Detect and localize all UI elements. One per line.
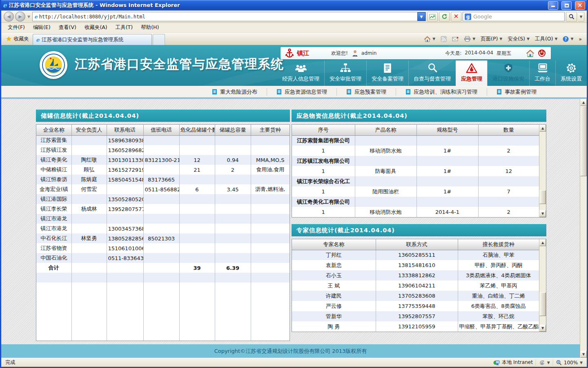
- cell: 0511-833643: [107, 253, 143, 263]
- cell: 防毒面具: [355, 166, 416, 176]
- search-placeholder: Google: [473, 13, 492, 20]
- cell: [143, 243, 179, 253]
- menu-help[interactable]: 帮助(H): [137, 23, 163, 32]
- subnav-resource-info[interactable]: 应急资源信息管理: [267, 88, 336, 96]
- column-header: 危化品储罐个数: [179, 125, 215, 135]
- mail-button[interactable]: [450, 34, 461, 44]
- scroll-up-icon[interactable]: ▲: [539, 125, 546, 132]
- subnav-label: 应急预案管理: [354, 88, 386, 96]
- logout-power-icon[interactable]: [538, 49, 546, 57]
- favorites-button[interactable]: ★ 收藏夹: [2, 34, 33, 44]
- subnav-hazard-distribution[interactable]: 重大危险源分布: [203, 88, 267, 96]
- search-dropdown-button[interactable]: ▼: [578, 12, 584, 22]
- nav-safety-approval[interactable]: 安全审批管理: [324, 61, 366, 86]
- cell: [71, 243, 107, 253]
- page-menu-button[interactable]: 页面(P) ▼: [479, 34, 504, 44]
- zoom-control[interactable]: 100% ▼: [556, 360, 583, 366]
- stop-button[interactable]: ✕: [451, 12, 461, 22]
- nav-self-inspection[interactable]: 自查与督查管理: [408, 61, 456, 86]
- print-button[interactable]: ▼: [462, 34, 477, 44]
- cell: 镇江李长荣: [36, 204, 71, 214]
- nav-safety-record[interactable]: 安全备案管理: [366, 61, 408, 86]
- experts-scrollbar[interactable]: ▲ ▼: [539, 239, 546, 332]
- cell: 严云修: [292, 301, 376, 311]
- cell: 13805282856: [107, 233, 143, 243]
- cell: [215, 175, 251, 184]
- scroll-up-icon[interactable]: ▲: [539, 239, 546, 246]
- cell: 15896380938: [107, 135, 143, 145]
- menu-edit[interactable]: 编辑(E): [29, 23, 55, 32]
- subnav-plan-management[interactable]: 应急预案管理: [336, 88, 396, 96]
- address-dropdown-button[interactable]: ▼: [417, 12, 425, 21]
- star-icon: ★: [6, 35, 11, 43]
- scroll-thumb[interactable]: [539, 190, 546, 204]
- tools-menu-button[interactable]: 工具(O) ▼: [533, 34, 560, 44]
- subnav-training-drill[interactable]: 应急培训、演练和演习管理: [396, 88, 487, 96]
- cell: [179, 253, 215, 263]
- today-date: 2014-04-04: [465, 50, 493, 57]
- favorites-label: 收藏夹: [13, 36, 29, 43]
- safety-menu-button[interactable]: 安全(S) ▼: [506, 34, 532, 44]
- header-row: 企业名称安全负责人联系电话值班电话危化品储罐个数储罐总容量主要货种: [36, 125, 290, 135]
- supplies-table: 序号产品名称规格型号数量江苏索普集团有限公司1移动消防水炮1#2江苏镇江发电有限…: [292, 125, 539, 217]
- close-button[interactable]: ×: [575, 1, 585, 10]
- page-scrollbar[interactable]: ▲ ▼: [580, 99, 587, 358]
- scroll-down-icon[interactable]: ▼: [539, 325, 546, 332]
- cell: 甲缩醛、甲基异丁基酮、乙酸乙酯: [458, 321, 539, 332]
- subnav-label: 事故案例管理: [505, 88, 537, 96]
- nav-system-settings[interactable]: 系统设置: [555, 61, 587, 86]
- back-button[interactable]: ◀: [4, 11, 14, 22]
- scroll-down-icon[interactable]: ▼: [539, 210, 546, 217]
- search-box[interactable]: g Google: [463, 12, 565, 21]
- cell: [143, 224, 179, 233]
- cell: 39: [179, 263, 215, 273]
- column-header: 联系电话: [107, 125, 143, 135]
- home-button[interactable]: ▼: [422, 34, 437, 44]
- header-row: 序号产品名称规格型号数量: [292, 125, 539, 135]
- minimize-button[interactable]: [548, 1, 558, 10]
- cell: [251, 273, 290, 283]
- feeds-button[interactable]: [439, 34, 449, 44]
- menu-view[interactable]: 查看(V): [55, 23, 80, 32]
- subnav-accident-cases[interactable]: 事故案例管理: [487, 88, 546, 96]
- scroll-thumb[interactable]: [580, 106, 587, 176]
- cell: 83173665: [143, 175, 179, 184]
- experts-panel-title: 专家信息统计(截止2014.04.04): [292, 224, 546, 236]
- supplies-scrollbar[interactable]: ▲ ▼: [539, 125, 546, 217]
- command-overflow-button[interactable]: »: [577, 34, 584, 44]
- nav-port-security[interactable]: 港口设施保安: [487, 61, 529, 86]
- refresh-button[interactable]: [439, 12, 450, 22]
- address-field[interactable]: e http://localhost:8080/yjpt/Main.html ▼: [32, 12, 426, 21]
- menu-tools[interactable]: 工具(T): [111, 23, 137, 32]
- cell: [251, 204, 290, 214]
- supplies-panel: 应急物资信息统计(截止2014.04.04) 序号产品名称规格型号数量江苏索普集…: [292, 110, 546, 218]
- menu-file[interactable]: 文件(F): [4, 23, 29, 32]
- nav-operator-info[interactable]: 经营人信息管理: [277, 61, 324, 86]
- tab-title: 江苏省港口安全监管与应急管理系统: [42, 36, 123, 43]
- cell: 1#: [416, 186, 478, 197]
- nav-label: 安全审批管理: [330, 75, 361, 83]
- scroll-thumb[interactable]: [539, 292, 546, 316]
- menu-favorites[interactable]: 收藏夹(A): [80, 23, 111, 32]
- compatibility-view-button[interactable]: [427, 12, 438, 22]
- nav-workbench[interactable]: 工作台: [529, 61, 555, 86]
- google-icon: g: [465, 13, 471, 20]
- tab-new-stub[interactable]: [153, 34, 165, 45]
- print-dropdown-icon[interactable]: ▼: [472, 37, 475, 41]
- scroll-up-icon[interactable]: ▲: [580, 99, 587, 106]
- column-header: 安全负责人: [71, 125, 107, 135]
- search-go-button[interactable]: [566, 12, 577, 22]
- cell: 镇江奇美化工有限公司: [292, 197, 355, 207]
- protected-mode-button[interactable]: ▼: [539, 360, 550, 365]
- home-dropdown-icon[interactable]: ▼: [432, 37, 435, 41]
- forward-button[interactable]: ▶: [15, 11, 25, 22]
- nav-emergency-management[interactable]: 应急管理: [456, 61, 487, 86]
- cell: 陆用围油栏: [355, 186, 416, 197]
- tab-active[interactable]: e 江苏省港口安全监管与应急管理系统: [33, 34, 152, 45]
- restore-button[interactable]: [561, 1, 572, 10]
- scroll-down-icon[interactable]: ▼: [580, 351, 587, 358]
- url-text: http://localhost:8080/yjpt/Main.html: [39, 14, 416, 20]
- help-button[interactable]: ? ▼: [561, 34, 575, 44]
- history-dropdown-icon[interactable]: ▼: [27, 15, 31, 19]
- home-shortcut-icon[interactable]: [526, 49, 535, 57]
